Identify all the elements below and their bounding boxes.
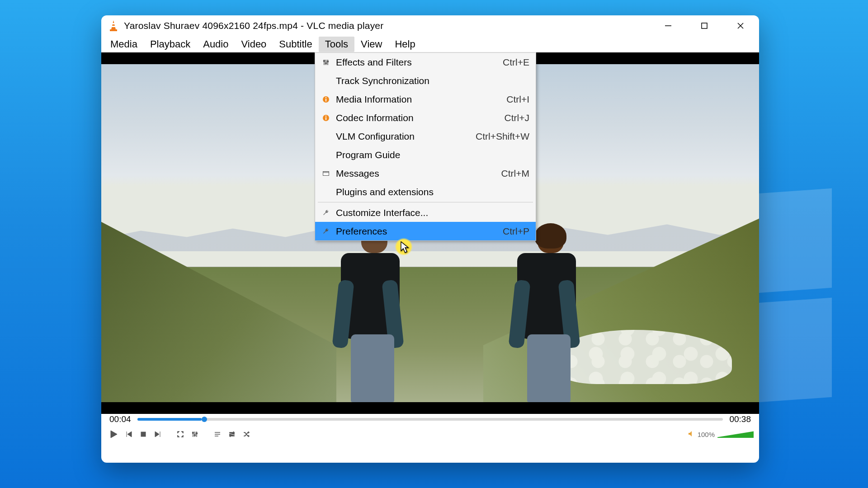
menu-item-label: Track Synchronization [333, 75, 529, 86]
volume-label: 100% [698, 431, 715, 438]
menu-messages[interactable]: Messages Ctrl+M [315, 164, 536, 183]
menu-vlm-config[interactable]: VLM Configuration Ctrl+Shift+W [315, 127, 536, 145]
next-button[interactable] [152, 428, 164, 440]
time-total: 00:38 [729, 414, 751, 424]
menu-item-label: Effects and Filters [333, 57, 503, 68]
wrench-icon [319, 209, 333, 216]
shuffle-button[interactable] [241, 428, 252, 440]
menu-track-sync[interactable]: Track Synchronization [315, 71, 536, 90]
menu-item-label: Plugins and extensions [333, 187, 529, 197]
controls: 100% [101, 425, 759, 444]
svg-point-10 [196, 433, 198, 434]
volume-area[interactable]: 100% [688, 430, 754, 439]
minimize-button[interactable] [658, 19, 679, 33]
speaker-icon [688, 430, 695, 439]
menu-item-shortcut: Ctrl+Shift+W [476, 131, 529, 142]
svg-rect-0 [110, 29, 117, 31]
menu-item-shortcut: Ctrl+J [505, 113, 529, 123]
menu-view[interactable]: View [354, 37, 388, 52]
menu-item-label: VLM Configuration [333, 131, 476, 142]
svg-rect-4 [702, 23, 707, 28]
menu-help[interactable]: Help [388, 37, 421, 52]
seek-knob[interactable] [202, 417, 207, 422]
sliders-icon [319, 59, 333, 66]
maximize-button[interactable] [694, 19, 715, 33]
wrench-icon [319, 228, 333, 235]
svg-rect-15 [326, 99, 326, 101]
seek-track[interactable] [137, 418, 723, 421]
fullscreen-button[interactable] [175, 428, 186, 440]
menu-tools[interactable]: Tools [319, 37, 354, 52]
menu-item-label: Preferences [333, 226, 503, 237]
svg-point-8 [193, 432, 194, 434]
menu-item-label: Customize Interface... [333, 207, 529, 218]
menu-item-label: Program Guide [333, 150, 529, 160]
progress-bar[interactable]: 00:04 00:38 [101, 414, 759, 425]
menu-item-label: Messages [333, 168, 501, 179]
svg-rect-7 [141, 432, 146, 436]
stop-button[interactable] [137, 428, 149, 440]
close-button[interactable] [730, 19, 751, 33]
prev-button[interactable] [123, 428, 135, 440]
volume-slider[interactable] [717, 431, 754, 438]
tools-dropdown: Effects and Filters Ctrl+E Track Synchro… [315, 52, 536, 241]
menu-effects-filters[interactable]: Effects and Filters Ctrl+E [315, 53, 536, 71]
svg-rect-1 [112, 23, 115, 24]
info-icon [319, 114, 333, 122]
menu-codec-info[interactable]: Codec Information Ctrl+J [315, 108, 536, 127]
menu-item-shortcut: Ctrl+M [501, 168, 529, 179]
menu-separator [318, 202, 533, 202]
messages-icon [319, 171, 333, 176]
svg-point-13 [327, 61, 329, 62]
menu-item-shortcut: Ctrl+E [503, 57, 529, 68]
seek-fill [137, 418, 202, 421]
menu-subtitle[interactable]: Subtitle [273, 37, 318, 52]
svg-rect-21 [323, 172, 329, 175]
menu-video[interactable]: Video [235, 37, 273, 52]
vlc-cone-icon [108, 20, 119, 32]
menu-item-shortcut: Ctrl+I [506, 94, 529, 105]
time-elapsed: 00:04 [109, 414, 131, 424]
menu-item-label: Media Information [333, 94, 506, 105]
menu-plugins[interactable]: Plugins and extensions [315, 183, 536, 201]
svg-point-12 [326, 62, 327, 64]
menu-preferences[interactable]: Preferences Ctrl+P [315, 222, 536, 240]
menubar: Media Playback Audio Video Subtitle Tool… [101, 36, 759, 52]
svg-point-19 [326, 115, 326, 116]
menu-playback[interactable]: Playback [144, 37, 197, 52]
menu-item-shortcut: Ctrl+P [503, 226, 529, 237]
menu-customize-interface[interactable]: Customize Interface... [315, 203, 536, 222]
menu-media-info[interactable]: Media Information Ctrl+I [315, 90, 536, 108]
menu-item-label: Codec Information [333, 113, 505, 123]
svg-point-11 [324, 60, 325, 61]
info-icon [319, 96, 333, 103]
svg-point-16 [326, 97, 326, 98]
ext-settings-button[interactable] [189, 428, 201, 440]
titlebar[interactable]: Yaroslav Shuraev 4096x2160 24fps.mp4 - V… [101, 15, 759, 36]
menu-program-guide[interactable]: Program Guide [315, 145, 536, 164]
menu-media[interactable]: Media [104, 37, 144, 52]
svg-point-9 [194, 435, 196, 436]
play-button[interactable] [107, 428, 120, 440]
svg-rect-18 [326, 117, 326, 120]
window-title: Yaroslav Shuraev 4096x2160 24fps.mp4 - V… [124, 20, 383, 31]
loop-button[interactable] [226, 428, 238, 440]
svg-rect-2 [112, 26, 116, 27]
menu-audio[interactable]: Audio [197, 37, 235, 52]
playlist-button[interactable] [212, 428, 223, 440]
